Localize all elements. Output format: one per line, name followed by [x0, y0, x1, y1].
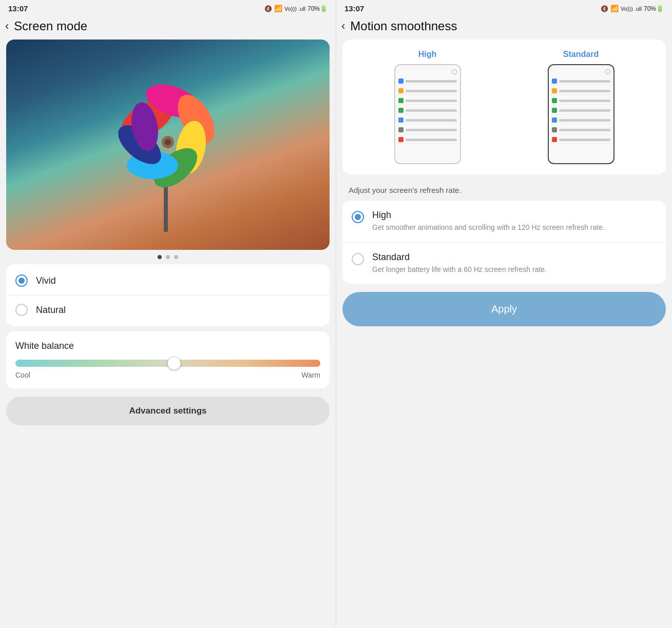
vivid-radio[interactable]	[15, 274, 28, 287]
dot-2[interactable]	[166, 255, 170, 259]
search-bar-high	[398, 69, 457, 74]
high-radio[interactable]	[352, 211, 364, 223]
mock-icon-3h	[398, 98, 404, 103]
slider-thumb[interactable]	[167, 357, 181, 370]
mock-icon-1s	[552, 78, 557, 84]
time-left: 13:07	[8, 4, 28, 13]
mute-icon: 🔇	[264, 5, 272, 12]
motion-options-card: High Get smoother animations and scrolli…	[342, 201, 666, 284]
mock-icon-5h	[398, 117, 404, 123]
mock-icon-7h	[398, 137, 404, 142]
mock-icon-5s	[552, 117, 557, 123]
white-balance-slider[interactable]	[15, 360, 320, 367]
wifi-icon-right: 📶	[610, 5, 619, 12]
mock-text-5h	[406, 119, 457, 122]
mock-row-7s	[552, 136, 610, 144]
status-bar-left: 13:07 🔇 📶 Vo))) .ull 70%🔋	[0, 0, 336, 15]
white-balance-card: White balance Cool Warm	[6, 331, 330, 388]
mock-row-1h	[398, 77, 457, 85]
mute-icon-right: 🔇	[601, 5, 608, 12]
mock-row-2s	[552, 87, 610, 95]
screen-mode-panel: 13:07 🔇 📶 Vo))) .ull 70%🔋 ‹ Screen mode	[0, 0, 336, 628]
vivid-option[interactable]: Vivid	[6, 266, 330, 296]
dot-3[interactable]	[174, 255, 178, 259]
slider-labels: Cool Warm	[15, 371, 320, 379]
signal-icon-right: Vo))) .ull	[621, 6, 642, 12]
advanced-settings-button[interactable]: Advanced settings	[6, 397, 330, 425]
mock-text-7h	[406, 139, 457, 141]
time-right: 13:07	[344, 4, 364, 13]
mock-text-1h	[406, 80, 457, 83]
high-option-desc: Get smoother animations and scrolling wi…	[372, 223, 657, 233]
battery-right: 70%🔋	[644, 5, 664, 12]
mock-icon-6s	[552, 127, 557, 132]
standard-preview-label: Standard	[563, 50, 599, 59]
mock-row-5h	[398, 116, 457, 124]
mock-text-4h	[406, 109, 457, 112]
mock-text-5s	[559, 119, 610, 122]
page-header-left: ‹ Screen mode	[0, 15, 336, 40]
back-button-right[interactable]: ‹	[341, 19, 345, 33]
standard-preview[interactable]: Standard	[512, 50, 650, 164]
carousel-bg	[6, 40, 330, 250]
mock-icon-7s	[552, 137, 557, 142]
search-bar-standard	[552, 69, 610, 74]
mock-row-1s	[552, 77, 610, 85]
back-button-left[interactable]: ‹	[5, 19, 9, 33]
mock-text-6s	[559, 129, 610, 131]
standard-option[interactable]: Standard Get longer battery life with a …	[342, 243, 666, 284]
svg-point-10	[165, 139, 171, 145]
mock-icon-2s	[552, 88, 557, 93]
high-option-title: High	[372, 210, 657, 221]
mock-text-1s	[559, 80, 610, 83]
description: Adjust your screen's refresh rate.	[336, 180, 672, 201]
mock-row-6h	[398, 126, 457, 134]
high-option[interactable]: High Get smoother animations and scrolli…	[342, 201, 666, 243]
page-title-left: Screen mode	[14, 19, 87, 33]
mock-text-2h	[406, 90, 457, 92]
search-icon-standard	[605, 69, 610, 74]
mock-text-3h	[406, 100, 457, 102]
apply-button[interactable]: Apply	[342, 292, 666, 326]
mock-icon-1h	[398, 78, 404, 84]
status-bar-right: 13:07 🔇 📶 Vo))) .ull 70%🔋	[336, 0, 672, 15]
standard-option-desc: Get longer battery life with a 60 Hz scr…	[372, 265, 657, 275]
mock-row-5s	[552, 116, 610, 124]
dot-1[interactable]	[158, 255, 162, 259]
white-balance-title: White balance	[15, 341, 320, 351]
standard-option-content: Standard Get longer battery life with a …	[372, 252, 657, 275]
mock-text-3s	[559, 100, 610, 102]
apply-btn-wrap: Apply	[342, 292, 666, 326]
mock-row-4s	[552, 107, 610, 114]
mock-row-3h	[398, 97, 457, 105]
carousel-dots	[0, 250, 336, 264]
warm-label: Warm	[301, 371, 320, 379]
mock-icon-6h	[398, 127, 404, 132]
high-preview-label: High	[418, 50, 437, 59]
mock-row-4h	[398, 107, 457, 114]
pinwheel-image	[6, 40, 330, 250]
mock-icon-4s	[552, 108, 557, 113]
preview-card: High	[342, 40, 666, 174]
wifi-icon: 📶	[274, 5, 282, 12]
page-title-right: Motion smoothness	[350, 19, 457, 33]
standard-phone-mock	[548, 64, 615, 164]
battery-left: 70%🔋	[308, 5, 328, 12]
high-phone-mock	[394, 64, 461, 164]
vivid-label: Vivid	[36, 276, 56, 286]
mock-row-7h	[398, 136, 457, 144]
natural-radio[interactable]	[15, 304, 28, 316]
motion-smoothness-panel: 13:07 🔇 📶 Vo))) .ull 70%🔋 ‹ Motion smoot…	[336, 0, 672, 628]
signal-icon: Vo))) .ull	[284, 6, 305, 12]
natural-option[interactable]: Natural	[6, 296, 330, 324]
mock-text-6h	[406, 129, 457, 131]
mock-icon-2h	[398, 88, 404, 93]
cool-label: Cool	[15, 371, 30, 379]
high-preview[interactable]: High	[358, 50, 496, 164]
image-carousel	[6, 40, 330, 250]
high-option-content: High Get smoother animations and scrolli…	[372, 210, 657, 233]
mock-text-4s	[559, 109, 610, 112]
standard-radio[interactable]	[352, 253, 364, 265]
mock-text-7s	[559, 139, 610, 141]
standard-option-title: Standard	[372, 252, 657, 263]
